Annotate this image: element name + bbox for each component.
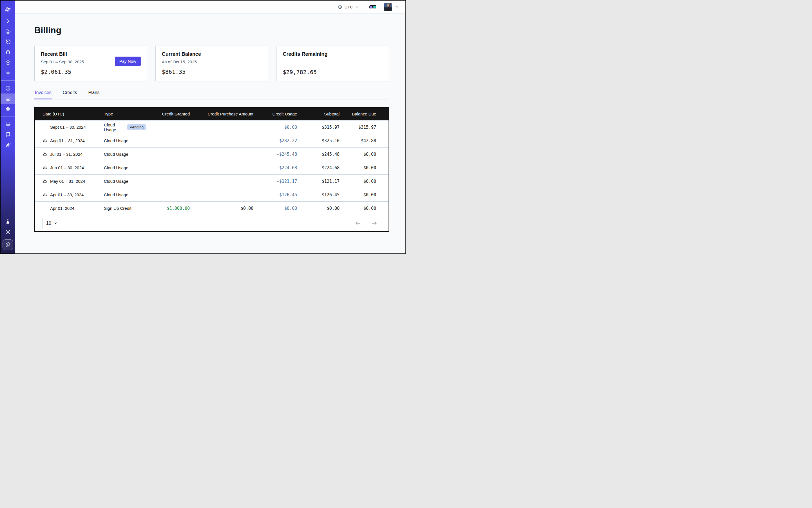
app-window: $ UTC Bil	[0, 0, 406, 254]
table-row: May 01 – 31, 2024 Cloud Usage -$121.17 $…	[35, 174, 389, 188]
table-row: Jun 01 – 30, 2024 Cloud Usage -$224.68 $…	[35, 161, 389, 174]
dollar-seal-button[interactable]: $	[3, 239, 13, 250]
page-size-value: 10	[46, 221, 51, 226]
flask-icon[interactable]	[1, 216, 15, 227]
column-header-credit-granted: Credit Granted	[146, 112, 190, 116]
tab-plans[interactable]: Plans	[88, 90, 100, 99]
3d-glasses-icon[interactable]	[369, 4, 377, 10]
invoice-date: Apr 01, 2024	[50, 206, 74, 211]
invoice-date: Jul 01 – 31, 2024	[50, 152, 83, 157]
table-row: Apr 01 – 30, 2024 Cloud Usage -$126.45 $…	[35, 188, 389, 201]
download-icon	[43, 165, 47, 170]
spiral-eye-icon[interactable]	[1, 26, 15, 37]
pagination-arrows	[355, 220, 377, 226]
sun-icon[interactable]	[1, 227, 15, 237]
account-menu-chevron[interactable]	[395, 5, 399, 9]
download-invoice-button[interactable]	[43, 165, 47, 170]
column-header-balance-due: Balance Due	[340, 112, 390, 116]
timer-icon[interactable]	[1, 37, 15, 47]
credit-usage: -$245.48	[253, 152, 297, 157]
dollar-seal-icon: $	[5, 242, 11, 248]
credit-usage: $0.00	[253, 125, 297, 130]
sidebar-divider	[1, 117, 15, 117]
balance-due: $0.00	[340, 192, 390, 198]
credits-remaining-card: Credits Remaining $29,782.65	[276, 46, 389, 81]
invoice-date: Apr 01 – 30, 2024	[50, 192, 84, 197]
asterisk-icon[interactable]	[1, 68, 15, 78]
column-header-subtotal: Subtotal	[297, 112, 340, 116]
next-page-button[interactable]	[371, 220, 377, 226]
download-invoice-button[interactable]	[43, 138, 47, 143]
balance-due: $0.00	[340, 206, 390, 211]
previous-page-button[interactable]	[355, 220, 361, 226]
credit-usage: -$224.68	[253, 165, 297, 170]
subtotal: $126.45	[297, 192, 340, 198]
timezone-selector[interactable]: UTC	[338, 4, 359, 9]
subtotal: $121.17	[297, 179, 340, 184]
chevron-down-icon	[395, 5, 399, 9]
table-footer: 10	[35, 215, 389, 231]
subtotal: $325.10	[297, 138, 340, 143]
table-row: Apr 01, 2024 Sign Up Credit $1,000.00 $0…	[35, 201, 389, 215]
subtotal: $224.68	[297, 165, 340, 170]
card-subtitle: As of Oct 15, 2025	[162, 59, 262, 64]
column-header-date: Date (UTC)	[35, 112, 104, 116]
sidebar-item-billing[interactable]	[1, 93, 15, 104]
topbar: UTC	[15, 1, 405, 13]
gauge-icon[interactable]	[1, 83, 15, 93]
invoice-type: Sign Up Credit	[104, 206, 131, 211]
invoice-type: Cloud Usage	[104, 152, 128, 157]
credit-granted: $1,000.00	[146, 206, 190, 211]
invoices-table: Date (UTC) Type Credit Granted Credit Pu…	[34, 107, 389, 232]
recent-bill-card: Recent Bill Sep 01 – Sep 30, 2025 $2,061…	[34, 46, 147, 81]
card-title: Current Balance	[162, 51, 262, 57]
subtotal: $315.97	[297, 125, 340, 130]
credit-usage: -$282.22	[253, 138, 297, 143]
table-row: Jul 01 – 31, 2024 Cloud Usage -$245.48 $…	[35, 147, 389, 161]
chevron-down-icon	[355, 5, 359, 9]
tab-invoices[interactable]: Invoices	[34, 90, 52, 99]
card-title: Credits Remaining	[283, 51, 383, 57]
layers-icon[interactable]	[1, 47, 15, 57]
table-row: Sept 01 – 30, 2024 Cloud UsagePending $0…	[35, 120, 389, 134]
subtotal: $245.48	[297, 152, 340, 157]
credit-usage: -$121.17	[253, 179, 297, 184]
avatar[interactable]	[384, 3, 392, 11]
download-icon	[43, 179, 47, 183]
tab-credits[interactable]: Credits	[62, 90, 78, 99]
rocket-icon[interactable]	[1, 140, 15, 151]
sidebar-divider	[1, 81, 15, 81]
helm-wheel-icon[interactable]	[1, 119, 15, 130]
pay-now-button[interactable]: Pay Now	[115, 56, 141, 66]
credit-purchase: $0.00	[190, 206, 253, 211]
credit-usage: -$126.45	[253, 192, 297, 198]
chevron-right-icon[interactable]	[1, 16, 15, 26]
arrow-right-icon	[371, 220, 377, 226]
download-invoice-button[interactable]	[43, 192, 47, 197]
current-balance-card: Current Balance As of Oct 15, 2025 $861.…	[156, 46, 268, 81]
download-invoice-button[interactable]	[43, 179, 47, 183]
svg-text:$: $	[7, 243, 9, 246]
column-header-credit-purchase: Credit Purchase Amount	[190, 112, 253, 116]
invoice-type: Cloud Usage	[104, 165, 128, 170]
column-header-credit-usage: Credit Usage	[253, 112, 297, 116]
cube-icon[interactable]	[1, 57, 15, 68]
download-icon	[43, 138, 47, 143]
logo-orbit-icon[interactable]	[1, 4, 15, 15]
credit-usage: $0.00	[253, 206, 297, 211]
pending-badge: Pending	[127, 124, 146, 130]
download-invoice-button[interactable]	[43, 152, 47, 157]
book-sparkle-icon[interactable]	[1, 130, 15, 140]
sidebar: $	[1, 1, 15, 253]
balance-due: $0.00	[340, 179, 390, 184]
main-area: UTC Billing Recent Bill	[15, 1, 405, 253]
invoice-date: May 01 – 31, 2024	[50, 179, 85, 183]
chevron-down-icon	[54, 221, 57, 225]
table-row: Aug 01 – 31, 2024 Cloud Usage -$282.22 $…	[35, 134, 389, 147]
gear-icon[interactable]	[1, 104, 15, 114]
column-header-type: Type	[104, 112, 146, 116]
invoice-type: Cloud Usage	[104, 192, 128, 197]
page-size-select[interactable]: 10	[43, 218, 61, 229]
billing-card-icon	[5, 96, 11, 102]
invoice-date: Sept 01 – 30, 2024	[50, 125, 86, 130]
